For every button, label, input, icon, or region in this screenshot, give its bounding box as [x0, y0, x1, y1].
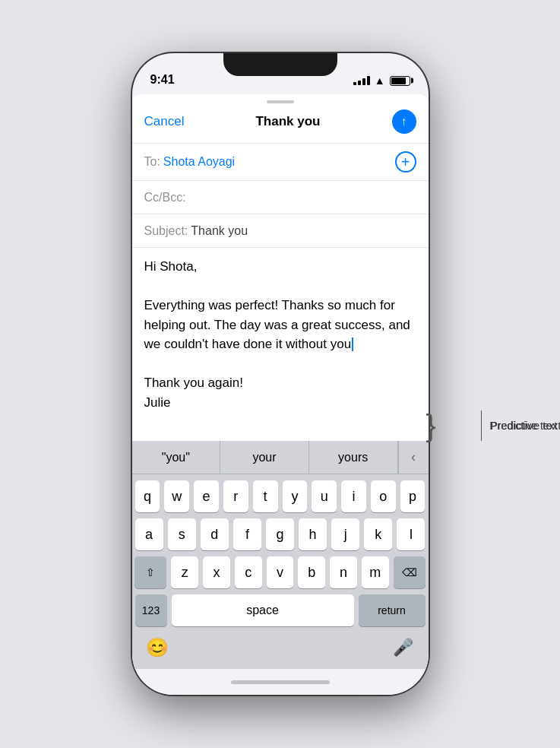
keyboard-rows: q w e r t y u i o p — [132, 474, 429, 629]
key-v[interactable]: v — [267, 556, 294, 588]
key-t[interactable]: t — [253, 480, 278, 512]
key-a[interactable]: a — [135, 518, 163, 550]
body-line5: Thank you again! — [144, 373, 416, 393]
key-e[interactable]: e — [194, 480, 219, 512]
to-label: To: — [144, 155, 160, 169]
mic-key[interactable]: 🎤 — [388, 632, 419, 664]
add-recipient-button[interactable]: + — [395, 151, 416, 173]
keyboard-area: "you" your yours ‹ q w e r t — [132, 441, 429, 669]
keyboard-bottom-bar: 😊 🎤 — [132, 629, 429, 669]
phone-screen: Cancel Thank you ↑ To: Shota Aoyagi + Cc… — [132, 91, 429, 695]
key-f[interactable]: f — [233, 518, 261, 550]
ccbcc-field-row[interactable]: Cc/Bcc: — [132, 181, 429, 214]
key-u[interactable]: u — [312, 480, 337, 512]
mail-compose-sheet: Cancel Thank you ↑ To: Shota Aoyagi + Cc… — [132, 94, 429, 669]
key-q[interactable]: q — [135, 480, 160, 512]
key-i[interactable]: i — [341, 480, 366, 512]
subject-field-row[interactable]: Subject: Thank you — [132, 214, 429, 248]
key-g[interactable]: g — [266, 518, 294, 550]
status-time: 9:41 — [150, 73, 175, 87]
key-r[interactable]: r — [223, 480, 248, 512]
predictive-word-yours[interactable]: yours — [309, 441, 398, 474]
annotation-bracket-line — [481, 410, 482, 441]
annotation-text: Predictive text — [491, 420, 558, 432]
return-key[interactable]: return — [359, 594, 426, 626]
key-o[interactable]: o — [371, 480, 396, 512]
key-j[interactable]: j — [331, 518, 359, 550]
key-x[interactable]: x — [203, 556, 230, 588]
body-line6: Julie — [144, 393, 416, 413]
phone-frame: 9:41 ▲ — [132, 53, 429, 695]
status-icons: ▲ — [353, 74, 410, 87]
to-field-row[interactable]: To: Shota Aoyagi + — [132, 144, 429, 181]
keyboard-row-3: ⇧ z x c v b n m ⌫ — [135, 556, 426, 588]
predictive-word-your[interactable]: your — [220, 441, 309, 474]
body-line3: Everything was perfect! Thanks so much f… — [144, 296, 416, 354]
key-k[interactable]: k — [364, 518, 392, 550]
shift-key[interactable]: ⇧ — [134, 556, 166, 588]
numbers-key[interactable]: 123 — [135, 594, 167, 626]
key-m[interactable]: m — [362, 556, 389, 588]
compose-header: Cancel Thank you ↑ — [132, 106, 429, 144]
status-bar: 9:41 ▲ — [132, 53, 429, 91]
key-p[interactable]: p — [400, 480, 426, 512]
keyboard-row-1: q w e r t y u i o p — [135, 480, 426, 512]
key-s[interactable]: s — [168, 518, 196, 550]
delete-key[interactable]: ⌫ — [394, 556, 426, 588]
space-key[interactable]: space — [172, 594, 354, 626]
key-y[interactable]: y — [283, 480, 308, 512]
annotation-label: Predictive text — [489, 419, 560, 432]
emoji-key[interactable]: 😊 — [141, 632, 173, 664]
ccbcc-label: Cc/Bcc: — [144, 191, 186, 204]
key-b[interactable]: b — [298, 556, 325, 588]
send-arrow-icon: ↑ — [401, 116, 407, 128]
key-d[interactable]: d — [201, 518, 229, 550]
send-button[interactable]: ↑ — [392, 109, 416, 134]
to-value[interactable]: Shota Aoyagi — [163, 155, 395, 169]
key-c[interactable]: c — [235, 556, 262, 588]
keyboard-row-2: a s d f g h j k l — [135, 518, 426, 550]
predictive-text-bar: "you" your yours ‹ — [132, 441, 429, 474]
subject-label: Subject: — [144, 224, 188, 238]
text-cursor — [352, 338, 353, 351]
keyboard-row-4: 123 space return — [135, 594, 426, 626]
predictive-collapse-button[interactable]: ‹ — [398, 441, 429, 474]
notch — [223, 53, 337, 76]
body-line1: Hi Shota, — [144, 257, 416, 277]
key-n[interactable]: n — [330, 556, 357, 588]
predictive-word-you[interactable]: "you" — [132, 441, 221, 474]
email-body[interactable]: Hi Shota, Everything was perfect! Thanks… — [132, 248, 429, 441]
key-l[interactable]: l — [397, 518, 425, 550]
key-w[interactable]: w — [164, 480, 189, 512]
signal-icon — [353, 76, 370, 85]
drag-handle — [132, 94, 429, 106]
key-z[interactable]: z — [171, 556, 198, 588]
key-h[interactable]: h — [299, 518, 327, 550]
home-indicator — [132, 669, 429, 695]
compose-title: Thank you — [255, 114, 320, 129]
subject-value[interactable]: Thank you — [191, 224, 416, 238]
cancel-button[interactable]: Cancel — [144, 114, 185, 129]
battery-icon — [390, 76, 410, 86]
wifi-icon: ▲ — [375, 74, 385, 87]
